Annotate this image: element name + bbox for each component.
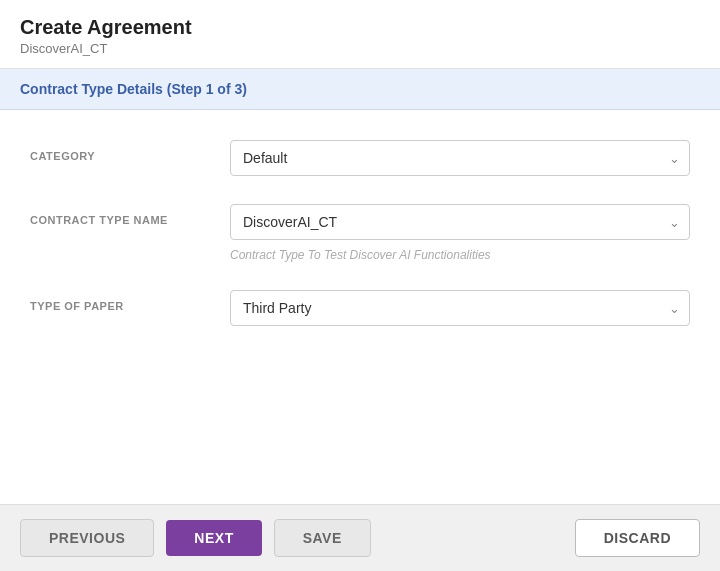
save-button[interactable]: SAVE bbox=[274, 519, 371, 557]
category-field: Default Standard Custom ⌄ bbox=[230, 140, 690, 176]
category-select-wrapper: Default Standard Custom ⌄ bbox=[230, 140, 690, 176]
page-title: Create Agreement bbox=[20, 16, 700, 39]
type-of-paper-field: Third Party Own Paper Neutral ⌄ bbox=[230, 290, 690, 326]
page-subtitle: DiscoverAI_CT bbox=[20, 41, 700, 56]
contract-type-name-hint: Contract Type To Test Discover AI Functi… bbox=[230, 248, 690, 262]
previous-button[interactable]: PREVIOUS bbox=[20, 519, 154, 557]
category-row: CATEGORY Default Standard Custom ⌄ bbox=[30, 140, 690, 176]
next-button[interactable]: NEXT bbox=[166, 520, 261, 556]
step-bar: Contract Type Details (Step 1 of 3) bbox=[0, 69, 720, 110]
category-select[interactable]: Default Standard Custom bbox=[230, 140, 690, 176]
contract-type-name-label: CONTRACT TYPE NAME bbox=[30, 204, 210, 226]
contract-type-name-field: DiscoverAI_CT ⌄ Contract Type To Test Di… bbox=[230, 204, 690, 262]
contract-type-name-select-wrapper: DiscoverAI_CT ⌄ bbox=[230, 204, 690, 240]
category-label: CATEGORY bbox=[30, 140, 210, 162]
form-area: CATEGORY Default Standard Custom ⌄ CONTR… bbox=[0, 110, 720, 504]
type-of-paper-select[interactable]: Third Party Own Paper Neutral bbox=[230, 290, 690, 326]
type-of-paper-row: TYPE OF PAPER Third Party Own Paper Neut… bbox=[30, 290, 690, 326]
page-header: Create Agreement DiscoverAI_CT bbox=[0, 0, 720, 69]
contract-type-name-select[interactable]: DiscoverAI_CT bbox=[230, 204, 690, 240]
type-of-paper-label: TYPE OF PAPER bbox=[30, 290, 210, 312]
footer: PREVIOUS NEXT SAVE DISCARD bbox=[0, 504, 720, 571]
contract-type-name-row: CONTRACT TYPE NAME DiscoverAI_CT ⌄ Contr… bbox=[30, 204, 690, 262]
type-of-paper-select-wrapper: Third Party Own Paper Neutral ⌄ bbox=[230, 290, 690, 326]
step-label: Contract Type Details (Step 1 of 3) bbox=[20, 81, 247, 97]
discard-button[interactable]: DISCARD bbox=[575, 519, 700, 557]
